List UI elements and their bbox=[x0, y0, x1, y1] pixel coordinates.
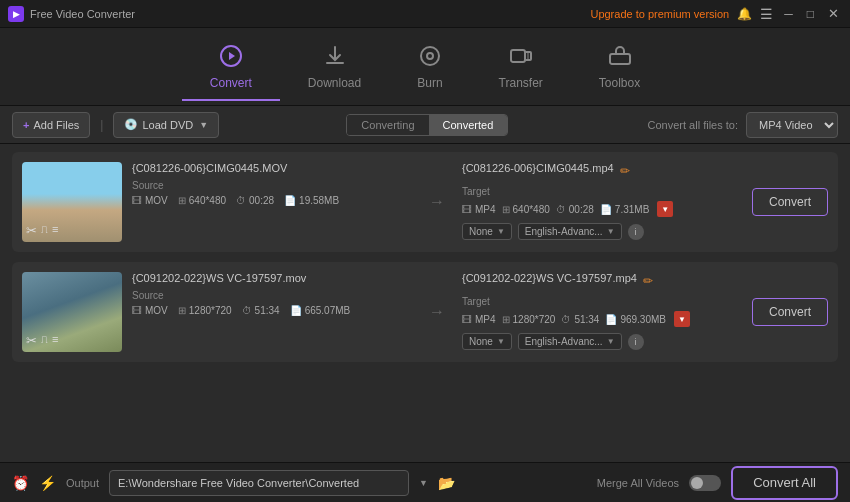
load-dvd-button[interactable]: 💿 Load DVD ▼ bbox=[113, 112, 219, 138]
svg-rect-7 bbox=[610, 54, 630, 64]
edit-icon-2[interactable]: ✏ bbox=[643, 274, 653, 288]
svg-marker-1 bbox=[229, 52, 235, 60]
file2-source-name: {C091202-022}WS VC-197597.mov bbox=[132, 272, 412, 284]
merge-label: Merge All Videos bbox=[597, 477, 679, 489]
settings-icon-2[interactable]: ≡ bbox=[52, 333, 58, 348]
tab-download-label: Download bbox=[308, 76, 361, 90]
clock-bottom-icon[interactable]: ⏰ bbox=[12, 475, 29, 491]
file1-target-name-row: {C081226-006}CIMG0445.mp4 ✏ bbox=[462, 162, 742, 180]
file1-target-meta: 🎞 MP4 ⊞ 640*480 ⏱ 00:28 📄 7.31MB ▼ bbox=[462, 201, 742, 217]
bolt-icon[interactable]: ⚡ bbox=[39, 475, 56, 491]
tab-convert-label: Convert bbox=[210, 76, 252, 90]
quality-down-arrow-2: ▼ bbox=[497, 337, 505, 346]
scissors-icon-2[interactable]: ✂ bbox=[26, 333, 37, 348]
film-icon: 🎞 bbox=[132, 195, 142, 206]
bell-icon[interactable]: 🔔 bbox=[737, 7, 752, 21]
maximize-icon[interactable]: □ bbox=[804, 7, 817, 21]
minimize-icon[interactable]: ─ bbox=[781, 7, 796, 21]
plus-icon: + bbox=[23, 119, 29, 131]
settings-icon[interactable]: ≡ bbox=[52, 223, 58, 238]
quality-dropdown-arrow-2[interactable]: ▼ bbox=[674, 311, 690, 327]
title-bar-left: ▶ Free Video Converter bbox=[8, 6, 135, 22]
svg-rect-4 bbox=[511, 50, 525, 62]
convert-all-button[interactable]: Convert All bbox=[731, 466, 838, 500]
arrow-section-2: → bbox=[422, 272, 452, 352]
res-icon4: ⊞ bbox=[502, 314, 510, 325]
nav-bar: Convert Download Burn Transfer bbox=[0, 28, 850, 106]
dvd-icon: 💿 bbox=[124, 118, 138, 131]
download-nav-icon bbox=[323, 44, 347, 72]
merge-toggle[interactable] bbox=[689, 475, 721, 491]
file2-dropdown-row: None ▼ English-Advanc... ▼ i bbox=[462, 333, 742, 350]
file2-target-meta: 🎞 MP4 ⊞ 1280*720 ⏱ 51:34 📄 969.30MB ▼ bbox=[462, 311, 742, 327]
converting-tab[interactable]: Converting bbox=[347, 115, 428, 135]
app-icon: ▶ bbox=[8, 6, 24, 22]
quality-down-arrow: ▼ bbox=[497, 227, 505, 236]
upgrade-link[interactable]: Upgrade to premium version bbox=[590, 8, 729, 20]
output-label: Output bbox=[66, 477, 99, 489]
title-bar-right: Upgrade to premium version 🔔 ☰ ─ □ ✕ bbox=[590, 6, 842, 22]
res-icon3: ⊞ bbox=[178, 305, 186, 316]
bottom-bar: ⏰ ⚡ Output E:\Wondershare Free Video Con… bbox=[0, 462, 850, 502]
file2-source-meta: 🎞 MOV ⊞ 1280*720 ⏱ 51:34 📄 665.07MB bbox=[132, 305, 412, 316]
format-select[interactable]: MP4 Video bbox=[746, 112, 838, 138]
convert-nav-icon bbox=[219, 44, 243, 72]
tab-transfer[interactable]: Transfer bbox=[471, 34, 571, 100]
svg-point-3 bbox=[427, 53, 433, 59]
trim-icon-2[interactable]: ⎍ bbox=[41, 333, 48, 348]
clock-icon4: ⏱ bbox=[561, 314, 571, 325]
app-title: Free Video Converter bbox=[30, 8, 135, 20]
scissors-icon[interactable]: ✂ bbox=[26, 223, 37, 238]
file-row-2: ✂ ⎍ ≡ {C091202-022}WS VC-197597.mov Sour… bbox=[12, 262, 838, 362]
file2-convert-button[interactable]: Convert bbox=[752, 298, 828, 326]
subtitle-down-arrow: ▼ bbox=[607, 227, 615, 236]
tab-convert[interactable]: Convert bbox=[182, 34, 280, 100]
toolbar: + Add Files | 💿 Load DVD ▼ Converting Co… bbox=[0, 106, 850, 144]
file1-convert-button[interactable]: Convert bbox=[752, 188, 828, 216]
clock-icon2: ⏱ bbox=[556, 204, 566, 215]
content-area: ✂ ⎍ ≡ {C081226-006}CIMG0445.MOV Source 🎞… bbox=[0, 144, 850, 462]
convert-all-label: Convert all files to: bbox=[648, 119, 738, 131]
converted-tab[interactable]: Converted bbox=[429, 115, 508, 135]
film-icon2: 🎞 bbox=[462, 204, 472, 215]
menu-icon[interactable]: ☰ bbox=[760, 6, 773, 22]
edit-icon[interactable]: ✏ bbox=[620, 164, 630, 178]
folder-open-icon[interactable]: 📂 bbox=[438, 475, 455, 491]
add-files-button[interactable]: + Add Files bbox=[12, 112, 90, 138]
file2-thumbnail: ✂ ⎍ ≡ bbox=[22, 272, 122, 352]
tab-burn[interactable]: Burn bbox=[389, 34, 470, 100]
file1-source-section: {C081226-006}CIMG0445.MOV Source 🎞 MOV ⊞… bbox=[132, 162, 412, 242]
arrow-icon: → bbox=[429, 193, 445, 211]
file-size-icon: 📄 bbox=[284, 195, 296, 206]
trim-icon[interactable]: ⎍ bbox=[41, 223, 48, 238]
res-icon2: ⊞ bbox=[502, 204, 510, 215]
file2-quality-dropdown[interactable]: None ▼ bbox=[462, 333, 512, 350]
film-icon4: 🎞 bbox=[462, 314, 472, 325]
info-button-1[interactable]: i bbox=[628, 224, 644, 240]
info-button-2[interactable]: i bbox=[628, 334, 644, 350]
load-dvd-arrow: ▼ bbox=[199, 120, 208, 130]
file2-target-section: {C091202-022}WS VC-197597.mp4 ✏ Target 🎞… bbox=[462, 272, 742, 352]
size-icon4: 📄 bbox=[605, 314, 617, 325]
quality-dropdown-arrow[interactable]: ▼ bbox=[657, 201, 673, 217]
output-dropdown-arrow[interactable]: ▼ bbox=[419, 478, 428, 488]
tab-toolbox-label: Toolbox bbox=[599, 76, 640, 90]
clock-icon3: ⏱ bbox=[242, 305, 252, 316]
file2-subtitle-dropdown[interactable]: English-Advanc... ▼ bbox=[518, 333, 622, 350]
arrow-section-1: → bbox=[422, 162, 452, 242]
thumb-action-icons: ✂ ⎍ ≡ bbox=[26, 223, 58, 238]
resolution-icon: ⊞ bbox=[178, 195, 186, 206]
file1-quality-dropdown[interactable]: None ▼ bbox=[462, 223, 512, 240]
tab-toolbox[interactable]: Toolbox bbox=[571, 34, 668, 100]
file1-source-name: {C081226-006}CIMG0445.MOV bbox=[132, 162, 412, 174]
close-icon[interactable]: ✕ bbox=[825, 6, 842, 21]
file2-source-section: {C091202-022}WS VC-197597.mov Source 🎞 M… bbox=[132, 272, 412, 352]
title-bar: ▶ Free Video Converter Upgrade to premiu… bbox=[0, 0, 850, 28]
file1-target-name: {C081226-006}CIMG0445.mp4 bbox=[462, 162, 614, 174]
subtitle-down-arrow-2: ▼ bbox=[607, 337, 615, 346]
file1-subtitle-dropdown[interactable]: English-Advanc... ▼ bbox=[518, 223, 622, 240]
tab-burn-label: Burn bbox=[417, 76, 442, 90]
file2-target-name-row: {C091202-022}WS VC-197597.mp4 ✏ bbox=[462, 272, 742, 290]
output-path-display: E:\Wondershare Free Video Converter\Conv… bbox=[109, 470, 409, 496]
tab-download[interactable]: Download bbox=[280, 34, 389, 100]
